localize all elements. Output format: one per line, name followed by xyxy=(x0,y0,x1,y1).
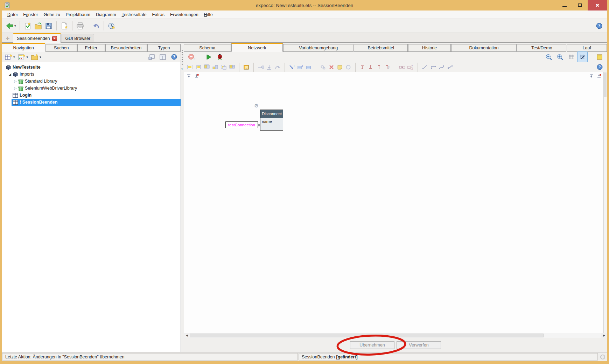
size-query-icon[interactable]: ?□ xyxy=(407,63,414,71)
forward-arrow-icon[interactable] xyxy=(274,63,281,71)
menu-testresultate[interactable]: Testresultate xyxy=(119,11,149,18)
download-icon[interactable] xyxy=(265,63,273,71)
run-button[interactable] xyxy=(203,51,214,63)
line-straight-icon[interactable] xyxy=(421,63,429,71)
maximize-button[interactable] xyxy=(572,0,588,10)
minimize-button[interactable] xyxy=(557,0,572,10)
collapsed-icon[interactable]: ▷ xyxy=(13,86,18,90)
tab-netzwerk[interactable]: Netzwerk xyxy=(231,43,283,52)
input-pin-connector-icon[interactable] xyxy=(258,124,260,126)
tree-item-seleniumwebdriverlibrary[interactable]: ▷ SeleniumWebDriverLibrary xyxy=(2,85,181,92)
dropdown-icon[interactable]: ▾ xyxy=(27,55,28,59)
new-document-button[interactable] xyxy=(59,20,70,31)
small-large-windows-icon[interactable] xyxy=(211,63,219,71)
gear-icon[interactable]: ⚙ xyxy=(254,103,259,108)
note-icon[interactable] xyxy=(336,63,344,71)
back-dropdown-icon[interactable]: ▾ xyxy=(14,24,16,28)
dropdown-icon[interactable]: ▾ xyxy=(13,55,15,59)
add-input-pin-marker-icon[interactable] xyxy=(187,74,191,78)
scrollbar-thumb[interactable] xyxy=(190,334,544,337)
new-folder-button[interactable]: ▾ xyxy=(30,51,42,63)
help-button[interactable]: ? xyxy=(594,62,605,73)
tab-variablenumgebung[interactable]: Variablenumgebung xyxy=(283,44,354,52)
tree-item-imports[interactable]: ◢ Imports xyxy=(2,71,181,78)
network-canvas[interactable]: ⚙ testConnection Disconnect name xyxy=(184,72,607,333)
scrollbar-track[interactable] xyxy=(190,333,601,338)
pin-down-icon[interactable] xyxy=(367,63,375,71)
grid-box-icon[interactable] xyxy=(305,63,313,71)
size-a-b-icon[interactable]: x xyxy=(398,63,406,71)
tab-dokumentation[interactable]: Dokumentation xyxy=(451,44,517,52)
grid-button[interactable] xyxy=(566,51,576,63)
tab-gui-browser[interactable]: GUI Browser xyxy=(62,34,94,42)
close-button[interactable]: ✖ xyxy=(588,0,607,10)
variable-reference[interactable]: testConnection xyxy=(225,121,258,128)
connect-plus-icon[interactable]: + xyxy=(288,63,296,71)
cascade-windows-icon[interactable] xyxy=(228,63,236,71)
tab-besonderheiten[interactable]: Besonderheiten xyxy=(105,44,147,52)
close-icon[interactable]: ✖ xyxy=(52,36,57,41)
print-button[interactable] xyxy=(75,20,85,31)
split-view-button[interactable] xyxy=(158,51,168,63)
tab-typen[interactable]: Typen xyxy=(147,44,181,52)
line-steps-icon[interactable] xyxy=(446,63,454,71)
verify-document-button[interactable] xyxy=(22,20,33,31)
panel-splitter[interactable]: ◂ xyxy=(181,43,184,352)
detach-view-button[interactable] xyxy=(146,51,157,63)
delete-cross-icon[interactable] xyxy=(328,63,335,71)
copy-windows-icon[interactable] xyxy=(220,63,227,71)
tree-item-sessionbeenden[interactable]: ! SessionBeenden xyxy=(2,99,181,106)
debug-button[interactable] xyxy=(215,51,225,63)
uebernehmen-button[interactable]: Übernehmen xyxy=(350,341,394,349)
line-curve-icon[interactable] xyxy=(438,63,446,71)
tab-sessionbeenden[interactable]: SessionBeenden ✖ xyxy=(13,33,61,43)
zoom-out-button[interactable] xyxy=(544,51,554,63)
disconnect-step-node[interactable]: Disconnect name xyxy=(260,110,283,131)
collapsed-icon[interactable]: ▷ xyxy=(13,79,18,83)
vertical-scrollbar[interactable] xyxy=(603,72,607,333)
scroll-left-icon[interactable]: ◀ xyxy=(184,333,190,338)
open-element-icon[interactable] xyxy=(195,63,202,71)
tree-item-login[interactable]: Login xyxy=(2,92,181,99)
back-button[interactable]: ▾ xyxy=(5,20,17,31)
pin-top-icon[interactable] xyxy=(376,63,383,71)
pin-rotate-icon[interactable] xyxy=(384,63,392,71)
expanded-icon[interactable]: ◢ xyxy=(8,72,12,76)
horizontal-scrollbar[interactable]: ◀ ▶ xyxy=(184,333,607,338)
scroll-right-icon[interactable]: ▶ xyxy=(601,333,607,338)
undo-button[interactable] xyxy=(91,20,101,31)
tab-betriebsmittel[interactable]: Betriebsmittel xyxy=(354,44,408,52)
menu-projektbaum[interactable]: Projektbaum xyxy=(63,11,93,18)
menu-hilfe[interactable]: Hilfe xyxy=(201,11,216,18)
add-input-pin-marker-icon[interactable] xyxy=(589,74,594,78)
tab-test-demo[interactable]: Test/Demo xyxy=(517,44,566,52)
new-testcase-button[interactable]: ▾ xyxy=(17,51,29,63)
collapse-arrow-icon[interactable]: ◂ xyxy=(181,67,182,70)
line-elbow-icon[interactable] xyxy=(429,63,437,71)
open-folder-button[interactable] xyxy=(33,20,43,31)
menu-erweiterungen[interactable]: Erweiterungen xyxy=(167,11,201,18)
tree-item-newtestsuite[interactable]: NewTestsuite xyxy=(2,64,181,71)
help-button[interactable]: ? xyxy=(169,51,179,63)
breakpoint-button[interactable]: ± xyxy=(186,51,197,63)
add-output-pin-marker-icon[interactable] xyxy=(597,74,601,78)
save-button[interactable] xyxy=(43,20,54,31)
verwerfen-button[interactable]: Verwerfen xyxy=(397,341,441,349)
tab-suchen[interactable]: Suchen xyxy=(46,44,77,52)
recent-changes-button[interactable] xyxy=(106,20,117,31)
menu-gehe-zu[interactable]: Gehe zu xyxy=(41,11,63,18)
menu-fenster[interactable]: Fenster xyxy=(20,11,41,18)
tab-lauf[interactable]: Lauf xyxy=(567,44,607,52)
gears-icon[interactable] xyxy=(319,63,327,71)
help-button[interactable]: ? xyxy=(594,20,604,31)
tree-item-standard-library[interactable]: ▷ Standard Library xyxy=(2,78,181,85)
report-button[interactable] xyxy=(594,51,605,63)
menu-extras[interactable]: Extras xyxy=(149,11,167,18)
dropdown-icon[interactable]: ▾ xyxy=(40,55,41,59)
menu-diagramm[interactable]: Diagramm xyxy=(93,11,119,18)
menu-datei[interactable]: Datei xyxy=(5,11,20,18)
tab-navigation[interactable]: Navigation xyxy=(2,43,45,52)
circle-doc-icon[interactable] xyxy=(344,63,352,71)
pin-up-icon[interactable] xyxy=(359,63,366,71)
scrollbar-thumb[interactable] xyxy=(604,72,607,97)
